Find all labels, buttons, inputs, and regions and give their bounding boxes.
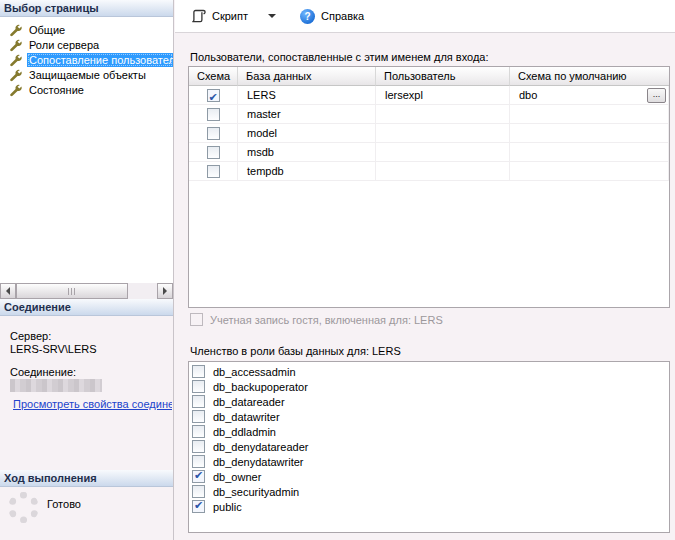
help-button[interactable]: ? Справка: [280, 4, 368, 28]
wrench-icon: [8, 83, 22, 97]
column-header-database[interactable]: База данных: [238, 67, 376, 86]
map-checkbox[interactable]: [207, 165, 220, 178]
role-label: db_owner: [213, 471, 261, 483]
role-label: public: [213, 501, 242, 513]
role-label: db_datawriter: [213, 411, 280, 423]
connection-header: Соединение: [0, 299, 173, 316]
sidebar-item-server-roles[interactable]: Роли сервера: [0, 37, 173, 52]
role-checkbox[interactable]: [192, 440, 205, 453]
role-item-db_securityadmin[interactable]: db_securityadmin: [189, 484, 669, 499]
scroll-left-icon: [2, 287, 10, 295]
role-item-db_owner[interactable]: db_owner: [189, 469, 669, 484]
table-row: tempdb: [189, 162, 669, 181]
role-item-db_backupoperator[interactable]: db_backupoperator: [189, 379, 669, 394]
role-label: db_backupoperator: [213, 381, 308, 393]
map-checkbox[interactable]: [207, 89, 220, 102]
user-cell[interactable]: [376, 124, 510, 143]
map-cell: [189, 162, 238, 181]
sidebar-item-securables[interactable]: Защищаемые объекты: [0, 67, 173, 82]
default-schema-cell[interactable]: dbo...: [510, 86, 669, 105]
script-icon: [191, 9, 206, 24]
sidebar-item-general[interactable]: Общие: [0, 22, 173, 37]
role-item-db_datareader[interactable]: db_datareader: [189, 394, 669, 409]
role-checkbox[interactable]: [192, 380, 205, 393]
pages-header: Выбор страницы: [0, 0, 173, 17]
sidebar-item-label: Общие: [27, 23, 173, 37]
database-cell[interactable]: tempdb: [238, 162, 376, 181]
pages-list: ОбщиеРоли сервераСопоставление пользоват…: [0, 17, 173, 283]
role-item-public[interactable]: public: [189, 499, 669, 514]
map-checkbox[interactable]: [207, 108, 220, 121]
user-cell[interactable]: [376, 105, 510, 124]
sidebar-item-label: Защищаемые объекты: [27, 68, 173, 82]
guest-account-row: Учетная запись гостя, включенная для: LE…: [190, 313, 443, 326]
role-item-db_denydatawriter[interactable]: db_denydatawriter: [189, 454, 669, 469]
default-schema-cell[interactable]: [510, 143, 669, 162]
scroll-left-button[interactable]: [0, 283, 16, 299]
role-item-db_accessadmin[interactable]: db_accessadmin: [189, 364, 669, 379]
column-header-map[interactable]: Схема: [189, 67, 238, 86]
script-dropdown-icon[interactable]: [268, 14, 276, 22]
view-connection-properties-link[interactable]: Просмотреть свойства соединения: [13, 398, 172, 410]
view-connection-properties[interactable]: Просмотреть свойства соединения: [8, 398, 172, 410]
sidebar-item-status[interactable]: Состояние: [0, 82, 173, 97]
users-mapped-label: Пользователи, сопоставленные с этим имен…: [190, 51, 489, 63]
database-cell[interactable]: msdb: [238, 143, 376, 162]
role-checkbox[interactable]: [192, 425, 205, 438]
database-cell[interactable]: master: [238, 105, 376, 124]
table-body: LERSlersexpldbo...mastermodelmsdbtempdb: [189, 86, 669, 181]
default-schema-cell[interactable]: [510, 162, 669, 181]
sidebar-horizontal-scrollbar[interactable]: [0, 283, 173, 299]
role-label: db_ddladmin: [213, 426, 276, 438]
table-row: master: [189, 105, 669, 124]
guest-account-checkbox: [190, 313, 203, 326]
script-button[interactable]: Скрипт: [187, 4, 280, 28]
table-header-row: Схема База данных Пользователь Схема по …: [189, 67, 669, 86]
wrench-icon: [8, 53, 22, 67]
sidebar-item-label: Сопоставление пользователей: [27, 53, 173, 67]
role-item-db_denydatareader[interactable]: db_denydatareader: [189, 439, 669, 454]
map-cell: [189, 124, 238, 143]
sidebar-item-label: Состояние: [27, 83, 173, 97]
default-schema-value: dbo: [519, 89, 537, 101]
map-checkbox[interactable]: [207, 127, 220, 140]
database-cell[interactable]: LERS: [238, 86, 376, 105]
map-checkbox[interactable]: [207, 146, 220, 159]
role-checkbox[interactable]: [192, 365, 205, 378]
database-roles-list: db_accessadmindb_backupoperatordb_datare…: [188, 361, 670, 533]
column-header-default-schema[interactable]: Схема по умолчанию: [510, 67, 669, 86]
scrollbar-thumb[interactable]: [16, 283, 128, 299]
role-checkbox[interactable]: [192, 455, 205, 468]
role-checkbox[interactable]: [192, 395, 205, 408]
map-cell: [189, 86, 238, 105]
user-cell[interactable]: [376, 162, 510, 181]
role-item-db_datawriter[interactable]: db_datawriter: [189, 409, 669, 424]
user-cell[interactable]: [376, 143, 510, 162]
role-label: db_datareader: [213, 396, 285, 408]
default-schema-cell[interactable]: [510, 124, 669, 143]
table-row: LERSlersexpldbo...: [189, 86, 669, 105]
server-label: Сервер:: [10, 330, 51, 342]
role-item-db_ddladmin[interactable]: db_ddladmin: [189, 424, 669, 439]
role-label: db_accessadmin: [213, 366, 296, 378]
table-row: model: [189, 124, 669, 143]
column-header-user[interactable]: Пользователь: [376, 67, 510, 86]
browse-schema-button[interactable]: ...: [647, 88, 666, 103]
role-checkbox[interactable]: [192, 485, 205, 498]
scroll-right-button[interactable]: [157, 283, 173, 299]
user-cell[interactable]: lersexpl: [376, 86, 510, 105]
sidebar-item-user-mapping[interactable]: Сопоставление пользователей: [0, 52, 173, 67]
default-schema-cell[interactable]: [510, 105, 669, 124]
scroll-right-icon: [163, 287, 171, 295]
role-checkbox[interactable]: [192, 500, 205, 513]
progress-spinner-icon: [8, 492, 39, 523]
connection-value-redacted: [10, 379, 102, 392]
role-checkbox[interactable]: [192, 410, 205, 423]
user-mapping-table: Схема База данных Пользователь Схема по …: [188, 66, 670, 308]
map-cell: [189, 105, 238, 124]
database-cell[interactable]: model: [238, 124, 376, 143]
progress-status: Готово: [47, 498, 81, 510]
progress-header: Ход выполнения: [0, 470, 173, 487]
role-checkbox[interactable]: [192, 470, 205, 483]
toolbar: Скрипт ? Справка: [175, 0, 675, 33]
